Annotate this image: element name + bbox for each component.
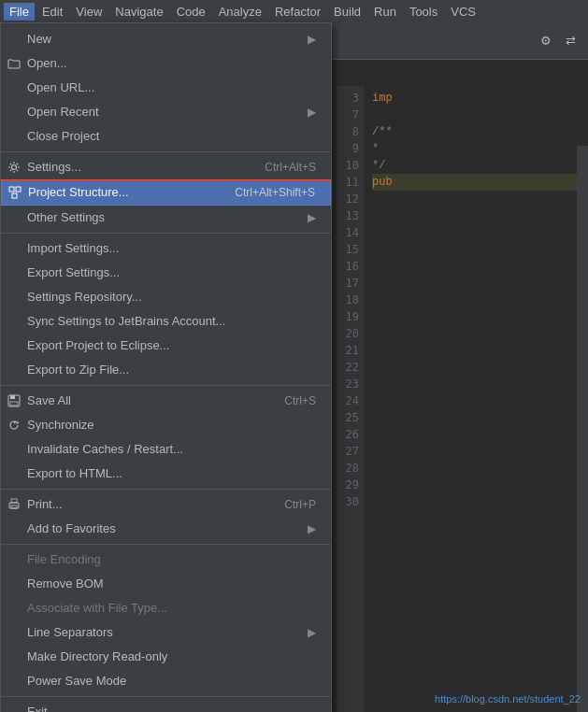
menu-item-settings-repo-label: Settings Repository...: [27, 288, 316, 306]
menu-item-remove-bom[interactable]: Remove BOM: [1, 572, 331, 596]
menu-item-new[interactable]: New ▶: [1, 27, 331, 51]
menu-item-print[interactable]: Print... Ctrl+P: [1, 492, 331, 517]
menu-item-open-recent[interactable]: Open Recent ▶: [1, 100, 331, 124]
line-num-14: 14: [337, 224, 365, 241]
menu-item-new-label: New: [27, 30, 300, 49]
menu-item-project-structure[interactable]: Project Structure... Ctrl+Alt+Shift+S: [1, 179, 331, 206]
print-icon: [7, 497, 22, 512]
menu-item-export-eclipse[interactable]: Export Project to Eclipse...: [1, 334, 331, 358]
menu-navigate[interactable]: Navigate: [109, 3, 168, 21]
line-num-11: 11: [337, 174, 365, 191]
menu-edit[interactable]: Edit: [36, 3, 68, 21]
menu-item-synchronize-label: Synchronize: [27, 416, 316, 434]
line-num-25: 25: [337, 409, 365, 426]
separator-6: [1, 696, 331, 697]
code-line-18: [372, 292, 581, 308]
menu-item-make-read-only[interactable]: Make Directory Read-only: [1, 645, 331, 669]
line-num-15: 15: [337, 241, 365, 258]
sync-toolbar-button[interactable]: ⇄: [560, 31, 581, 51]
menu-item-make-read-only-label: Make Directory Read-only: [27, 648, 316, 666]
line-num-12: 12: [337, 191, 365, 207]
settings-toolbar-button[interactable]: ⚙: [536, 31, 556, 51]
arrow-icon-recent: ▶: [308, 103, 316, 121]
line-num-21: 21: [337, 342, 365, 359]
svg-point-6: [12, 165, 17, 170]
separator-3: [1, 385, 331, 386]
file-menu-dropdown: New ▶ Open... Open URL... Open Recent ▶ …: [0, 22, 332, 712]
code-line-12: [372, 191, 581, 207]
line-num-22: 22: [337, 359, 365, 376]
code-line-26: [372, 426, 581, 443]
menu-item-export-zip-label: Export to Zip File...: [27, 361, 316, 379]
menu-item-save-all-label: Save All: [27, 392, 265, 410]
menu-item-other-settings[interactable]: Other Settings ▶: [1, 206, 331, 230]
line-num-24: 24: [337, 392, 365, 409]
line-numbers: 3 7 8 9 10 11 12 13 14 15 16 17 18 19 20…: [337, 86, 365, 712]
line-num-3: 3: [337, 90, 365, 107]
line-num-27: 27: [337, 443, 365, 460]
menu-item-settings[interactable]: Settings... Ctrl+Alt+S: [1, 155, 331, 179]
menu-vcs[interactable]: VCS: [445, 3, 481, 21]
menu-item-sync-settings[interactable]: Sync Settings to JetBrains Account...: [1, 309, 331, 334]
menu-item-open-url[interactable]: Open URL...: [1, 76, 331, 100]
menu-view[interactable]: View: [70, 3, 108, 21]
svg-rect-9: [12, 193, 17, 198]
menu-bar: File Edit View Navigate Code Analyze Ref…: [0, 0, 588, 22]
menu-item-invalidate-caches[interactable]: Invalidate Caches / Restart...: [1, 437, 331, 462]
menu-run[interactable]: Run: [368, 3, 402, 21]
arrow-icon-other: ▶: [308, 208, 316, 227]
menu-analyze[interactable]: Analyze: [213, 3, 267, 21]
code-line-20: [372, 325, 581, 342]
arrow-icon-line-sep: ▶: [308, 623, 316, 642]
menu-item-close-project[interactable]: Close Project: [1, 124, 331, 149]
menu-item-other-settings-label: Other Settings: [27, 208, 300, 227]
menu-item-power-save[interactable]: Power Save Mode: [1, 669, 331, 693]
project-structure-icon: [7, 185, 22, 200]
code-line-28: [372, 460, 581, 477]
gear-icon: ⚙: [540, 34, 552, 48]
line-num-23: 23: [337, 376, 365, 392]
menu-item-add-favorites[interactable]: Add to Favorites ▶: [1, 517, 331, 541]
menu-item-file-encoding: File Encoding: [1, 548, 331, 572]
menu-item-import-settings[interactable]: Import Settings...: [1, 236, 331, 261]
line-num-28: 28: [337, 460, 365, 477]
menu-item-export-eclipse-label: Export Project to Eclipse...: [27, 336, 316, 355]
code-line-23: [372, 376, 581, 392]
svg-rect-12: [10, 402, 18, 406]
menu-code[interactable]: Code: [171, 3, 211, 21]
menu-item-synchronize[interactable]: Synchronize: [1, 413, 331, 437]
arrow-icon: ▶: [308, 30, 316, 49]
code-line-9: *: [372, 140, 581, 157]
menu-item-export-settings[interactable]: Export Settings...: [1, 261, 331, 285]
menu-item-settings-label: Settings...: [27, 158, 246, 177]
menu-file[interactable]: File: [4, 3, 35, 21]
menu-item-open[interactable]: Open...: [1, 51, 331, 76]
code-line-15: [372, 241, 581, 258]
separator-5: [1, 544, 331, 545]
line-num-16: 16: [337, 258, 365, 275]
watermark: https://blog.csdn.net/student_22: [435, 693, 581, 705]
menu-tools[interactable]: Tools: [404, 3, 443, 21]
svg-rect-8: [16, 187, 21, 192]
scrollbar[interactable]: [577, 146, 588, 712]
line-num-17: 17: [337, 275, 365, 292]
menu-item-save-all[interactable]: Save All Ctrl+S: [1, 389, 331, 413]
line-num-19: 19: [337, 308, 365, 325]
svg-rect-11: [10, 395, 15, 399]
menu-item-file-encoding-label: File Encoding: [27, 550, 316, 569]
separator-2: [1, 233, 331, 234]
line-num-13: 13: [337, 207, 365, 224]
menu-item-export-html[interactable]: Export to HTML...: [1, 462, 331, 486]
menu-refactor[interactable]: Refactor: [269, 3, 326, 21]
menu-build[interactable]: Build: [328, 3, 366, 21]
menu-item-settings-repo[interactable]: Settings Repository...: [1, 285, 331, 309]
menu-item-close-project-label: Close Project: [27, 127, 316, 146]
code-line-27: [372, 443, 581, 460]
code-content[interactable]: imp /** * */ pub: [365, 86, 588, 712]
menu-item-exit[interactable]: Exit: [1, 700, 331, 712]
menu-item-line-separators[interactable]: Line Separators ▶: [1, 620, 331, 645]
line-num-30: 30: [337, 493, 365, 510]
menu-item-export-zip[interactable]: Export to Zip File...: [1, 358, 331, 382]
menu-item-remove-bom-label: Remove BOM: [27, 575, 316, 593]
line-num-10: 10: [337, 157, 365, 174]
